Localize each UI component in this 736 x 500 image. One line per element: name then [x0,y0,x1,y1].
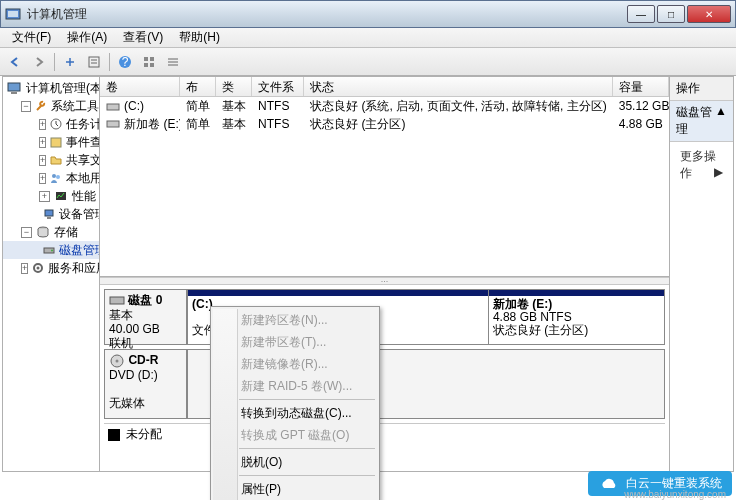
maximize-button[interactable]: □ [657,5,685,23]
svg-point-25 [51,250,53,252]
actions-header: 操作 [670,77,733,101]
disk-icon [109,294,125,308]
ctx-striped[interactable]: 新建带区卷(T)... [213,331,377,353]
legend-swatch-unalloc [108,429,120,441]
close-button[interactable]: ✕ [687,5,731,23]
col-type[interactable]: 类型 [216,77,252,96]
menu-help[interactable]: 帮助(H) [171,29,228,46]
storage-icon [35,224,51,240]
svg-rect-7 [144,57,148,61]
actions-more[interactable]: 更多操作 ▶ [670,142,733,188]
tree-storage[interactable]: − 存储 [3,223,99,241]
partition-e[interactable]: 新加卷 (E:) 4.88 GB NTFS 状态良好 (主分区) [488,290,664,344]
disk-row-cdrom[interactable]: CD-R DVD (D:) 无媒体 [104,349,665,419]
col-status[interactable]: 状态 [304,77,613,96]
view-detail-button[interactable] [162,51,184,73]
svg-rect-1 [8,11,18,17]
volume-row[interactable]: 新加卷 (E:) 简单 基本 NTFS 状态良好 (主分区) 4.88 GB [100,115,669,133]
back-button[interactable] [4,51,26,73]
volume-list: 卷 布局 类型 文件系统 状态 容量 (C:) 简单 基本 NTFS 状态良好 … [100,77,669,277]
disk-icon [42,242,56,258]
ctx-togpt[interactable]: 转换成 GPT 磁盘(O) [213,424,377,446]
actions-section[interactable]: 磁盘管理 ▲ [670,101,733,142]
drive-icon [106,101,120,113]
volume-header: 卷 布局 类型 文件系统 状态 容量 [100,77,669,97]
drive-icon [106,118,120,130]
collapse-icon: ▲ [715,104,727,138]
tree-perf[interactable]: + 性能 [3,187,99,205]
chevron-right-icon: ▶ [714,165,723,179]
svg-rect-10 [150,63,154,67]
legend: 未分配 [104,423,665,445]
properties-button[interactable] [83,51,105,73]
col-volume[interactable]: 卷 [100,77,180,96]
disk-header[interactable]: CD-R DVD (D:) 无媒体 [105,350,187,418]
cdrom-icon [109,354,125,368]
svg-rect-30 [110,297,124,304]
event-icon [49,134,63,150]
disk-header[interactable]: 磁盘 0 基本 40.00 GB 联机 [105,290,187,344]
clock-icon [49,116,63,132]
svg-rect-8 [150,57,154,61]
svg-rect-15 [11,92,17,94]
col-fs[interactable]: 文件系统 [252,77,304,96]
volume-row[interactable]: (C:) 简单 基本 NTFS 状态良好 (系统, 启动, 页面文件, 活动, … [100,97,669,115]
up-button[interactable] [59,51,81,73]
center-pane: 卷 布局 类型 文件系统 状态 容量 (C:) 简单 基本 NTFS 状态良好 … [100,77,670,471]
tree-users[interactable]: + 本地用户和组 [3,169,99,187]
minimize-button[interactable]: — [627,5,655,23]
help-button[interactable]: ? [114,51,136,73]
svg-rect-21 [45,210,53,216]
ctx-mirrored[interactable]: 新建镜像卷(R)... [213,353,377,375]
menu-file[interactable]: 文件(F) [4,29,59,46]
svg-rect-22 [47,217,51,219]
tree-root[interactable]: 计算机管理(本地) [3,79,99,97]
svg-point-19 [56,175,60,179]
tree-shared[interactable]: + 共享文件夹 [3,151,99,169]
svg-rect-9 [144,63,148,67]
tree-pane: 计算机管理(本地) − 系统工具 + 任务计划程序 + 事件查看器 + 共享文件… [3,77,100,471]
titlebar: 计算机管理 — □ ✕ [0,0,736,28]
actions-pane: 操作 磁盘管理 ▲ 更多操作 ▶ [670,77,733,471]
svg-text:?: ? [122,55,129,69]
splitter[interactable]: ··· [100,277,669,285]
toolbar: ? [0,48,736,76]
menu-view[interactable]: 查看(V) [115,29,171,46]
users-icon [49,170,63,186]
svg-rect-14 [8,83,20,91]
ctx-raid5[interactable]: 新建 RAID-5 卷(W)... [213,375,377,397]
svg-point-18 [52,174,56,178]
app-icon [5,6,21,22]
col-capacity[interactable]: 容量 [613,77,669,96]
view-list-button[interactable] [138,51,160,73]
tree-diskmgmt[interactable]: 磁盘管理 [3,241,99,259]
tree-eventviewer[interactable]: + 事件查看器 [3,133,99,151]
svg-rect-20 [56,192,66,200]
folder-icon [49,152,63,168]
svg-rect-2 [89,57,99,67]
svg-rect-17 [51,138,61,147]
ctx-spanned[interactable]: 新建跨区卷(N)... [213,309,377,331]
forward-button[interactable] [28,51,50,73]
disk-row-0[interactable]: 磁盘 0 基本 40.00 GB 联机 (C:) x 文件, 活动, 故障转储 [104,289,665,345]
context-menu: 新建跨区卷(N)... 新建带区卷(T)... 新建镜像卷(R)... 新建 R… [210,306,380,500]
tree-scheduler[interactable]: + 任务计划程序 [3,115,99,133]
device-icon [42,206,56,222]
perf-icon [53,188,69,204]
services-icon [31,260,45,276]
tree-systools[interactable]: − 系统工具 [3,97,99,115]
disk-graphical-view: 磁盘 0 基本 40.00 GB 联机 (C:) x 文件, 活动, 故障转储 [100,285,669,471]
col-layout[interactable]: 布局 [180,77,216,96]
tools-icon [34,98,48,114]
tree-devmgr[interactable]: 设备管理器 [3,205,99,223]
window-title: 计算机管理 [27,6,625,23]
ctx-offline[interactable]: 脱机(O) [213,451,377,473]
svg-rect-29 [107,121,119,127]
svg-point-27 [37,267,40,270]
menu-action[interactable]: 操作(A) [59,29,115,46]
menubar: 文件(F) 操作(A) 查看(V) 帮助(H) [0,28,736,48]
tree-services[interactable]: + 服务和应用程序 [3,259,99,277]
ctx-todyn[interactable]: 转换到动态磁盘(C)... [213,402,377,424]
ctx-props[interactable]: 属性(P) [213,478,377,500]
computer-icon [7,80,23,96]
